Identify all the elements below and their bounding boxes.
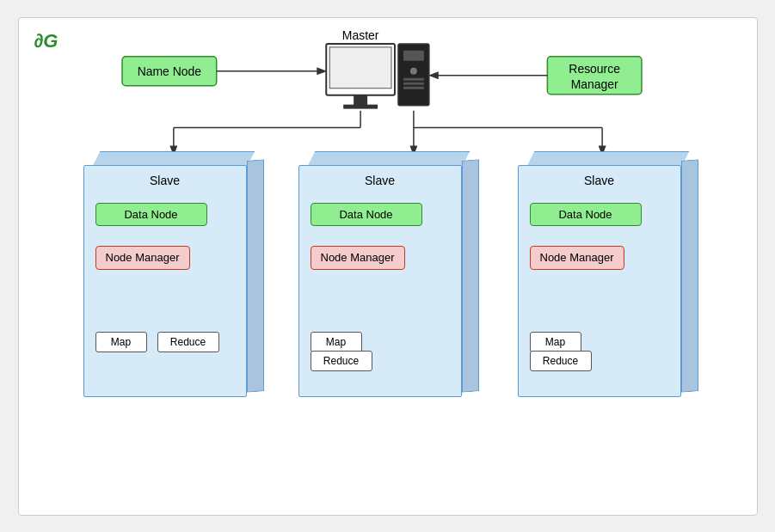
master-label: Master: [341, 28, 378, 41]
svg-rect-4: [397, 43, 428, 105]
cube-side-1: [247, 159, 264, 393]
svg-rect-9: [403, 86, 423, 89]
node-manager-3: Node Manager: [530, 246, 624, 271]
reduce-1: Reduce: [157, 332, 219, 352]
slave-box-3: Slave Data Node Node Manager Map Reduce: [518, 151, 698, 418]
slave-label-1: Slave: [83, 174, 247, 187]
cube-side-2: [462, 159, 479, 393]
cube-front-1: [83, 165, 247, 397]
map-1: Map: [95, 332, 147, 352]
reduce-2: Reduce: [311, 351, 372, 371]
data-node-1: Data Node: [95, 203, 207, 226]
svg-rect-10: [122, 56, 217, 85]
map-2: Map: [311, 332, 362, 352]
svg-rect-12: [547, 56, 642, 94]
svg-rect-1: [329, 46, 391, 88]
svg-rect-2: [354, 95, 367, 105]
data-node-3: Data Node: [530, 203, 642, 226]
map-3: Map: [530, 332, 581, 352]
logo: ∂G: [34, 30, 58, 52]
resource-manager-label2: Manager: [570, 76, 618, 90]
svg-rect-8: [403, 82, 423, 84]
svg-rect-0: [326, 43, 395, 95]
reduce-3: Reduce: [530, 351, 592, 371]
slave-box-1: Slave Data Node Node Manager Map Reduce: [83, 151, 264, 409]
node-manager-1: Node Manager: [95, 246, 190, 271]
slave-label-2: Slave: [298, 174, 462, 187]
diagram-container: ∂G Master Name Node Resource Manager: [18, 17, 758, 516]
slave-box-2: Slave Data Node Node Manager Map Reduce: [298, 151, 479, 418]
svg-rect-7: [403, 77, 423, 80]
slave-label-3: Slave: [518, 174, 681, 187]
name-node-label: Name Node: [137, 64, 201, 77]
svg-rect-3: [343, 104, 378, 108]
resource-manager-label: Resource: [569, 61, 620, 75]
cube-side-3: [681, 159, 698, 393]
svg-rect-5: [403, 50, 423, 60]
svg-point-6: [409, 67, 416, 74]
node-manager-2: Node Manager: [311, 246, 405, 271]
data-node-2: Data Node: [311, 203, 422, 226]
